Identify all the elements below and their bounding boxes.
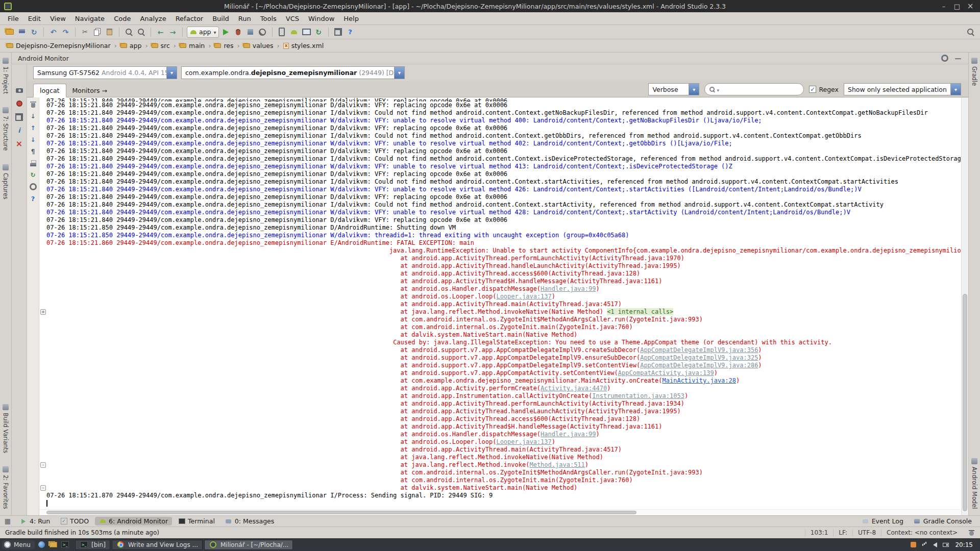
menu-item-tools[interactable]: Tools	[256, 13, 281, 24]
run-icon[interactable]	[220, 27, 231, 37]
breadcrumb-item-dejepisno-zemepisnymilionar[interactable]: Dejepisno-ZemepisnyMilionar	[5, 41, 112, 51]
search-input[interactable]	[721, 86, 799, 93]
coverage-icon[interactable]	[245, 27, 256, 37]
toolwindow-tab-4-run[interactable]: 4: Run	[16, 517, 54, 525]
maximize-button[interactable]	[951, 2, 963, 11]
chevron-down-icon[interactable]	[394, 67, 404, 79]
debug-icon[interactable]	[233, 27, 243, 37]
screen-capture-icon[interactable]	[15, 86, 24, 95]
breadcrumb-item-res[interactable]: res	[213, 41, 235, 51]
forward-icon[interactable]	[167, 27, 178, 37]
scroll-to-end-icon[interactable]	[29, 112, 38, 121]
status-item-context-no-context[interactable]: Context: <no context>	[881, 529, 963, 536]
menu-item-help[interactable]: Help	[339, 13, 363, 24]
tray-volume-icon[interactable]	[931, 541, 939, 548]
tool-stripe-2-favorites[interactable]: 2: Favorites	[2, 466, 9, 509]
avd-manager-icon[interactable]	[277, 27, 287, 37]
menu-item-refactor[interactable]: Refactor	[171, 13, 208, 24]
minimize-button[interactable]	[938, 2, 949, 11]
filter-scope-select[interactable]: Show only selected application	[844, 83, 961, 95]
menu-item-vcs[interactable]: VCS	[281, 13, 304, 24]
copy-icon[interactable]	[92, 27, 103, 37]
search-everywhere-icon[interactable]	[965, 27, 976, 37]
menu-item-navigate[interactable]: Navigate	[70, 13, 109, 24]
menu-item-file[interactable]: File	[3, 13, 23, 24]
cut-icon[interactable]	[80, 27, 90, 37]
logcat-search[interactable]	[704, 83, 804, 95]
run-config-select[interactable]: app	[187, 27, 219, 38]
stack-trace-link[interactable]: Method.java:511	[529, 461, 584, 468]
clear-icon[interactable]	[29, 100, 38, 109]
taskbar-window-milion-plocha[interactable]: Milionář - [~/Plocha/...	[204, 540, 293, 550]
terminal-app-launcher-icon[interactable]	[61, 540, 69, 549]
fold-expand-icon[interactable]: +	[40, 309, 46, 315]
menu-item-analyze[interactable]: Analyze	[135, 13, 170, 24]
restart-icon[interactable]	[29, 170, 38, 180]
up-stack-icon[interactable]	[29, 123, 38, 133]
chevron-down-icon[interactable]	[950, 84, 961, 95]
tray-notes-icon[interactable]	[910, 541, 917, 548]
stack-trace-link[interactable]: Handler.java:99	[541, 285, 596, 292]
stack-trace-link[interactable]: MainActivity.java:28	[663, 377, 737, 384]
menu-item-view[interactable]: View	[45, 13, 70, 24]
paste-icon[interactable]	[104, 27, 115, 37]
scrollbar-thumb[interactable]	[963, 294, 967, 511]
breadcrumb-item-src[interactable]: src	[150, 41, 172, 51]
profile-icon[interactable]	[257, 27, 268, 37]
logcat-output[interactable]: 07-26 18:15:21.840 29449-29449/com.examp…	[39, 97, 961, 509]
settings-icon[interactable]	[29, 182, 38, 191]
menu-item-window[interactable]: Window	[304, 13, 339, 24]
breadcrumb-item-app[interactable]: app	[119, 41, 143, 51]
device-monitor-icon[interactable]	[301, 27, 312, 37]
scrollbar-thumb[interactable]	[46, 511, 636, 514]
layout-inspector-icon[interactable]	[333, 27, 344, 37]
menu-item-edit[interactable]: Edit	[23, 13, 45, 24]
soft-wrap-icon[interactable]	[29, 147, 38, 156]
browser-launcher-icon[interactable]	[37, 540, 46, 549]
chevron-down-icon[interactable]	[689, 84, 699, 95]
tab-monitors[interactable]: Monitors →	[66, 84, 113, 97]
vertical-scrollbar[interactable]	[961, 97, 968, 515]
taskbar-window-bin[interactable]: [bin]	[75, 540, 110, 550]
tool-windows-icon[interactable]	[4, 518, 11, 524]
down-stack-icon[interactable]	[29, 135, 38, 144]
toolwindow-tab-gradle-console[interactable]: Gradle Console	[910, 517, 976, 525]
close-button[interactable]	[965, 2, 976, 11]
layout-inspector-icon[interactable]	[15, 112, 24, 121]
log-level-select[interactable]: Verbose	[648, 83, 699, 95]
help-icon[interactable]	[345, 27, 356, 37]
chevron-down-icon[interactable]	[717, 86, 719, 93]
back-icon[interactable]	[155, 27, 166, 37]
sync-icon[interactable]	[29, 27, 39, 37]
tool-stripe-build-variants[interactable]: Build Variants	[2, 404, 9, 453]
regex-checkbox[interactable]	[809, 86, 816, 93]
status-item-103-1[interactable]: 103:1	[805, 529, 834, 536]
terminate-app-icon[interactable]	[15, 139, 24, 148]
stack-trace-link[interactable]: Instrumentation.java:1053	[592, 392, 684, 399]
sdk-manager-icon[interactable]	[289, 27, 300, 37]
screen-record-icon[interactable]	[15, 99, 24, 108]
toolwindow-tab-event-log[interactable]: Event Log	[858, 517, 908, 525]
help-icon[interactable]	[29, 194, 38, 203]
panel-hide-icon[interactable]	[954, 54, 962, 62]
tool-stripe-gradle[interactable]: Gradle	[971, 58, 978, 86]
regex-option[interactable]: Regex	[809, 86, 839, 93]
toolwindow-tab-todo[interactable]: TODO	[56, 517, 93, 525]
system-info-icon[interactable]	[15, 126, 24, 135]
process-select[interactable]: com.example.ondra.dejepisno_zemepisnymil…	[181, 66, 405, 79]
stack-trace-link[interactable]: Looper.java:137	[496, 293, 551, 300]
breadcrumb-item-values[interactable]: values	[242, 41, 275, 51]
stack-trace-link[interactable]: AppCompatDelegateImplV9.java:356	[640, 346, 758, 354]
device-select[interactable]: Samsung GT-S7562 Android 4.0.4, API 15	[33, 66, 177, 79]
tab-logcat[interactable]: logcat	[33, 84, 66, 97]
status-item-utf-8[interactable]: UTF-8	[852, 529, 881, 536]
taskbar-clock[interactable]: 20:15	[952, 541, 978, 548]
toolwindow-tab-terminal[interactable]: Terminal	[174, 517, 219, 525]
open-icon[interactable]	[4, 27, 15, 37]
tray-network-icon[interactable]	[920, 541, 928, 548]
breadcrumb-item-styles-xml[interactable]: styles.xml	[282, 41, 326, 51]
files-launcher-icon[interactable]	[49, 540, 58, 549]
fold-collapse-icon[interactable]: -	[40, 462, 46, 468]
status-item-lf[interactable]: LF:	[833, 529, 852, 536]
tool-stripe-7-structure[interactable]: 7: Structure	[2, 107, 9, 151]
